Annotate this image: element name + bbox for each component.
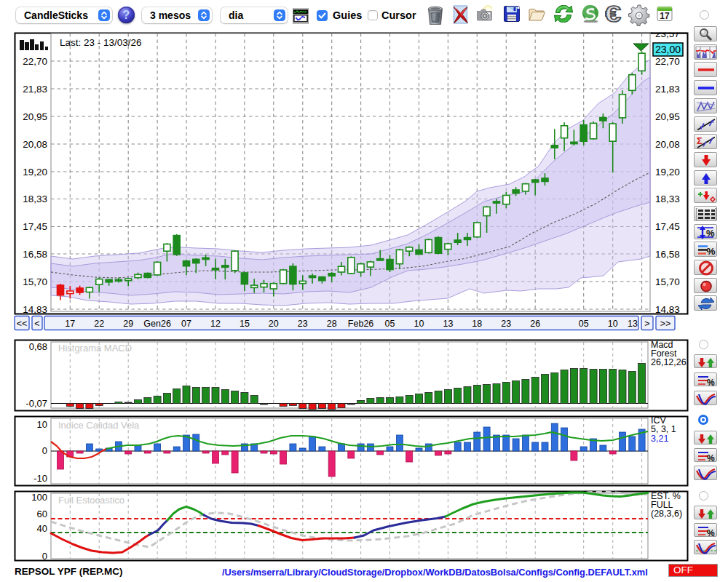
svg-text:26,12,26: 26,12,26 [651, 357, 687, 367]
svg-text:15: 15 [240, 319, 250, 329]
svg-text:18,33: 18,33 [23, 194, 47, 204]
svg-text:Feb26: Feb26 [348, 319, 373, 329]
svg-text:20,08: 20,08 [655, 139, 680, 150]
svg-text:20: 20 [269, 319, 279, 329]
svg-text:14,83: 14,83 [655, 304, 680, 315]
svg-text:20,95: 20,95 [23, 111, 47, 122]
svg-text:28: 28 [327, 319, 337, 329]
svg-text:0,68: 0,68 [29, 341, 47, 352]
svg-text:0: 0 [42, 445, 47, 456]
svg-text:Histgrama MACD: Histgrama MACD [58, 343, 132, 354]
svg-text:29: 29 [123, 319, 133, 329]
svg-text:20,95: 20,95 [655, 111, 680, 122]
svg-text:19,20: 19,20 [655, 167, 680, 178]
svg-text:40: 40 [37, 523, 47, 534]
svg-text:23,00: 23,00 [655, 44, 681, 55]
svg-text:100: 100 [31, 492, 47, 503]
svg-text:Full Estocastico: Full Estocastico [58, 495, 124, 506]
svg-text:12: 12 [210, 319, 221, 329]
svg-text:Last: 23 - 13/03/26: Last: 23 - 13/03/26 [60, 37, 142, 48]
svg-text:60: 60 [37, 509, 47, 519]
svg-text:%: % [706, 228, 715, 239]
svg-text:22,70: 22,70 [23, 56, 47, 67]
svg-text:26: 26 [530, 319, 540, 329]
svg-text:23: 23 [298, 319, 308, 329]
svg-text:19,20: 19,20 [23, 167, 47, 178]
svg-text:18: 18 [472, 319, 482, 329]
svg-text:Gen26: Gen26 [143, 319, 171, 329]
svg-text:%: % [707, 246, 716, 257]
svg-text:%: % [707, 378, 715, 388]
svg-text:13: 13 [443, 319, 453, 329]
svg-text:10: 10 [37, 419, 47, 430]
svg-text:3,21: 3,21 [651, 434, 668, 444]
svg-text:15,70: 15,70 [655, 276, 680, 287]
svg-text:<<: << [17, 319, 28, 329]
svg-text:05: 05 [385, 319, 395, 329]
svg-text:%: % [707, 453, 715, 463]
svg-text:17: 17 [65, 319, 75, 329]
svg-text:5, 3, 1: 5, 3, 1 [651, 424, 676, 434]
svg-text:16,58: 16,58 [655, 249, 680, 260]
svg-text:23: 23 [501, 319, 511, 329]
svg-text:07: 07 [181, 319, 191, 329]
svg-text:20,08: 20,08 [23, 139, 47, 150]
svg-text:<: < [34, 319, 39, 329]
svg-text:17,45: 17,45 [23, 221, 47, 232]
svg-text:%: % [707, 528, 715, 538]
svg-text:(28,3,6): (28,3,6) [651, 509, 682, 519]
svg-text:0: 0 [42, 551, 47, 562]
svg-text:22: 22 [94, 319, 104, 329]
svg-text:05: 05 [579, 319, 589, 329]
svg-text:17,45: 17,45 [655, 221, 680, 232]
svg-text:10: 10 [414, 319, 424, 329]
svg-text:Indice Calidad Vela: Indice Calidad Vela [58, 420, 140, 431]
svg-text:-10: -10 [33, 473, 47, 484]
svg-text:18,33: 18,33 [655, 194, 680, 204]
svg-text:22,70: 22,70 [655, 56, 680, 67]
svg-text:21,83: 21,83 [655, 84, 680, 95]
svg-text:Σ: Σ [697, 136, 703, 146]
svg-text:14,83: 14,83 [23, 304, 47, 315]
svg-text:10: 10 [608, 319, 618, 329]
svg-text:13: 13 [628, 319, 638, 329]
svg-text:16,58: 16,58 [23, 249, 47, 260]
svg-text:15,70: 15,70 [23, 276, 47, 287]
svg-text:>: > [644, 319, 649, 329]
svg-text:>>: >> [660, 319, 671, 329]
svg-text:-0,07: -0,07 [25, 398, 47, 409]
svg-text:21,83: 21,83 [23, 84, 47, 95]
